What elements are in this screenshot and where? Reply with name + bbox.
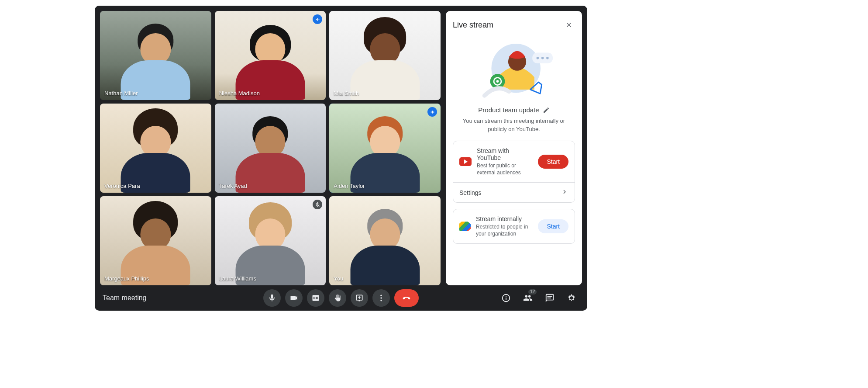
svg-rect-5 xyxy=(433,111,434,112)
panel-description: You can stream this meeting internally o… xyxy=(453,117,575,141)
participant-name: Laura Williams xyxy=(219,275,256,282)
bottom-bar: Team meeting xyxy=(95,285,587,311)
svg-point-13 xyxy=(541,57,544,59)
info-button[interactable] xyxy=(498,290,514,306)
participant-name: Nathan Miller xyxy=(104,90,138,97)
svg-point-14 xyxy=(546,57,549,59)
participant-tile-active[interactable]: Aiden Taylor xyxy=(329,104,441,193)
svg-point-16 xyxy=(380,297,382,298)
people-button[interactable]: 12 xyxy=(520,290,536,306)
participant-count-badge: 12 xyxy=(528,289,537,294)
mic-button[interactable] xyxy=(263,289,281,307)
svg-rect-1 xyxy=(317,18,318,21)
youtube-start-button[interactable]: Start xyxy=(538,155,568,169)
main-row: Nathan Miller Niesha Madison xyxy=(95,6,587,285)
raise-hand-button[interactable] xyxy=(329,289,346,307)
internal-subtitle: Restricted to people in your organizatio… xyxy=(476,223,533,237)
internal-card: Stream internally Restricted to people i… xyxy=(453,209,575,244)
participant-tile[interactable]: Nathan Miller xyxy=(100,11,211,100)
call-controls xyxy=(263,289,419,307)
settings-row[interactable]: Settings xyxy=(453,183,575,202)
settings-label: Settings xyxy=(459,189,482,196)
participant-name: Margeaux Phillips xyxy=(104,275,149,282)
svg-rect-0 xyxy=(316,18,317,20)
svg-point-12 xyxy=(537,57,539,59)
participant-tile[interactable]: Veronica Para xyxy=(100,104,211,193)
youtube-subtitle: Best for public or external audiences xyxy=(477,162,533,176)
livestream-illustration xyxy=(453,36,575,102)
right-controls: 12 xyxy=(498,290,579,306)
video-grid: Nathan Miller Niesha Madison xyxy=(100,11,441,285)
participant-tile[interactable]: Laura Williams xyxy=(215,196,326,285)
livestream-panel: Live stream xyxy=(446,11,582,285)
participant-tile[interactable]: Mia Smith xyxy=(329,11,441,100)
chevron-right-icon xyxy=(561,188,568,197)
meet-window: Nathan Miller Niesha Madison xyxy=(95,6,587,311)
camera-button[interactable] xyxy=(285,289,303,307)
participant-name: Aiden Taylor xyxy=(334,183,365,189)
more-button[interactable] xyxy=(372,289,390,307)
present-button[interactable] xyxy=(351,289,368,307)
hangup-button[interactable] xyxy=(394,289,419,307)
participant-name: Veronica Para xyxy=(104,183,140,189)
svg-point-15 xyxy=(380,295,382,296)
internal-title: Stream internally xyxy=(476,215,533,222)
close-icon[interactable] xyxy=(563,19,575,31)
participant-tile-self[interactable]: You xyxy=(329,196,441,285)
stream-name: Product team update xyxy=(478,106,539,114)
chat-button[interactable] xyxy=(542,290,558,306)
participant-name: You xyxy=(334,275,343,282)
activities-button[interactable] xyxy=(564,290,579,306)
svg-point-10 xyxy=(496,80,499,83)
internal-start-button[interactable]: Start xyxy=(538,219,568,233)
svg-rect-3 xyxy=(431,111,431,112)
meet-icon xyxy=(459,222,471,231)
youtube-title: Stream with YouTube xyxy=(477,147,533,161)
svg-rect-2 xyxy=(318,18,319,20)
captions-button[interactable] xyxy=(307,289,324,307)
participant-name: Tarek Ayad xyxy=(219,183,247,189)
youtube-card: Stream with YouTube Best for public or e… xyxy=(453,141,575,203)
svg-point-17 xyxy=(380,300,382,301)
edit-icon[interactable] xyxy=(543,107,550,114)
panel-title: Live stream xyxy=(453,21,493,30)
participant-tile[interactable]: Tarek Ayad xyxy=(215,104,326,193)
meeting-name: Team meeting xyxy=(103,294,147,302)
participant-name: Niesha Madison xyxy=(219,90,260,97)
youtube-icon xyxy=(459,157,472,166)
speaking-icon xyxy=(427,107,437,117)
svg-rect-4 xyxy=(432,111,433,114)
participant-tile[interactable]: Niesha Madison xyxy=(215,11,326,100)
participant-name: Mia Smith xyxy=(334,90,359,97)
participant-tile[interactable]: Margeaux Phillips xyxy=(100,196,211,285)
